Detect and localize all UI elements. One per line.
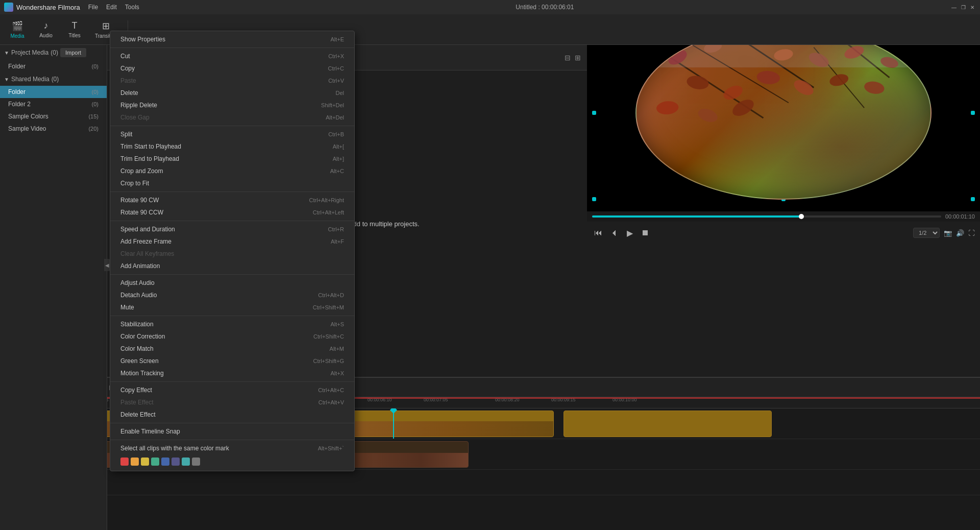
volume-button[interactable]: 🔊	[956, 229, 964, 237]
ctx-select-color-mark-shortcut: Alt+Shift+`	[318, 445, 344, 451]
ctx-freeze-frame[interactable]: Add Freeze Frame Alt+F	[110, 235, 354, 248]
ctx-detach-audio[interactable]: Detach Audio Ctrl+Alt+D	[110, 289, 354, 301]
ctx-delete[interactable]: Delete Del	[110, 87, 354, 99]
ctx-stabilization-label: Stabilization	[120, 321, 154, 328]
ctx-crop-zoom[interactable]: Crop and Zoom Alt+C	[110, 165, 354, 177]
ctx-close-gap-shortcut: Alt+Del	[326, 114, 344, 121]
ctx-green-screen[interactable]: Green Screen Ctrl+Shift+G	[110, 355, 354, 367]
swatch-blue[interactable]	[161, 457, 169, 466]
ctx-trim-end[interactable]: Trim End to Playhead Alt+]	[110, 153, 354, 165]
minimize-button[interactable]: —	[950, 4, 958, 11]
tab-media[interactable]: 🎬 Media	[5, 18, 30, 41]
svg-point-17	[863, 80, 885, 95]
ctx-adjust-audio[interactable]: Adjust Audio	[110, 277, 354, 289]
folder-active-label: Folder	[8, 88, 26, 95]
shared-media-header[interactable]: ▼ Shared Media (0)	[0, 73, 107, 86]
sidebar-item-sample-colors[interactable]: Sample Colors (15)	[0, 110, 107, 123]
ctx-split[interactable]: Split Ctrl+B	[110, 128, 354, 140]
sidebar-item-folder-active[interactable]: Folder (0)	[0, 86, 107, 98]
ctx-color-match[interactable]: Color Match Alt+M	[110, 343, 354, 355]
menu-file[interactable]: File	[88, 4, 98, 11]
progress-track[interactable]	[592, 215, 941, 218]
ctx-speed-duration-label: Speed and Duration	[120, 226, 175, 233]
ctx-show-properties[interactable]: Show Properties Alt+E	[110, 33, 354, 45]
folder2-label: Folder 2	[8, 101, 31, 108]
ctx-rotate-cw[interactable]: Rotate 90 CW Ctrl+Alt+Right	[110, 194, 354, 206]
ctx-delete-effect[interactable]: Delete Effect	[110, 408, 354, 421]
ctx-add-animation-label: Add Animation	[120, 262, 160, 270]
ctx-trim-start[interactable]: Trim Start to Playhead Alt+[	[110, 140, 354, 153]
ctx-cut[interactable]: Cut Ctrl+X	[110, 50, 354, 62]
swatch-red[interactable]	[120, 457, 129, 466]
menu-tools[interactable]: Tools	[125, 4, 139, 11]
window-title: Untitled : 00:00:06:01	[139, 4, 950, 11]
ctx-color-match-label: Color Match	[120, 345, 154, 352]
ctx-speed-duration[interactable]: Speed and Duration Ctrl+R	[110, 223, 354, 235]
ctx-paste-effect: Paste Effect Ctrl+Alt+V	[110, 396, 354, 408]
sample-colors-label: Sample Colors	[8, 113, 48, 120]
ctx-trim-end-shortcut: Alt+]	[333, 156, 344, 162]
play-button[interactable]: ▶	[625, 226, 635, 240]
import-button[interactable]: Import	[60, 48, 86, 57]
close-button[interactable]: ✕	[969, 4, 976, 11]
swatch-yellow[interactable]	[141, 457, 149, 466]
color-swatches	[110, 454, 354, 469]
ctx-ripple-delete[interactable]: Ripple Delete Shift+Del	[110, 99, 354, 111]
ctx-motion-tracking[interactable]: Motion Tracking Alt+X	[110, 367, 354, 379]
handle-bottom-left[interactable]	[592, 197, 596, 201]
search-icons: ⊟ ⊞	[565, 54, 581, 62]
swatch-teal[interactable]	[182, 457, 190, 466]
ctx-sep-3	[110, 191, 354, 192]
sidebar-item-folder[interactable]: Folder (0)	[0, 60, 107, 73]
ctx-rotate-ccw-label: Rotate 90 CCW	[120, 209, 163, 216]
expand-arrow-shared: ▼	[4, 77, 9, 82]
ctx-copy-effect-shortcut: Ctrl+Alt+C	[318, 387, 344, 393]
swatch-gray[interactable]	[192, 457, 200, 466]
ctx-mute[interactable]: Mute Ctrl+Shift+M	[110, 301, 354, 314]
menu-bar: File Edit Tools	[88, 4, 139, 11]
ctx-copy[interactable]: Copy Ctrl+C	[110, 62, 354, 75]
screenshot-button[interactable]: 📷	[944, 229, 952, 237]
tab-titles[interactable]: T Titles	[62, 18, 87, 40]
stop-button[interactable]: ⏹	[639, 226, 651, 239]
menu-edit[interactable]: Edit	[106, 4, 117, 11]
ctx-color-correction[interactable]: Color Correction Ctrl+Shift+C	[110, 330, 354, 343]
transition-icon: ⊞	[102, 20, 110, 32]
ctx-select-color-mark[interactable]: Select all clips with the same color mar…	[110, 442, 354, 454]
ctx-crop-fit[interactable]: Crop to Fit	[110, 177, 354, 189]
fullscreen-button[interactable]: ⛶	[968, 229, 975, 237]
ctx-sep-4	[110, 221, 354, 221]
sample-video-label: Sample Video	[8, 125, 46, 132]
swatch-purple[interactable]	[172, 457, 180, 466]
ctx-copy-effect[interactable]: Copy Effect Ctrl+Alt+C	[110, 384, 354, 396]
handle-bottom-right[interactable]	[971, 197, 975, 201]
ctx-sep-8	[110, 423, 354, 423]
audio-track-content	[33, 470, 980, 495]
ctx-add-animation[interactable]: Add Animation	[110, 260, 354, 272]
ctx-enable-snap[interactable]: Enable Timeline Snap	[110, 425, 354, 438]
view-toggle-icon[interactable]: ⊞	[575, 54, 581, 62]
tab-audio[interactable]: ♪ Audio	[34, 18, 58, 40]
quality-select[interactable]: 1/2 Full 1/4	[913, 228, 940, 238]
project-media-header[interactable]: ▼ Project Media (0) Import	[0, 45, 107, 60]
swatch-green[interactable]	[151, 457, 159, 466]
ctx-adjust-audio-label: Adjust Audio	[120, 279, 155, 286]
maximize-button[interactable]: ❐	[960, 4, 967, 11]
skip-back-button[interactable]: ⏮	[592, 226, 604, 239]
ctx-stabilization[interactable]: Stabilization Alt+S	[110, 318, 354, 330]
ctx-show-properties-label: Show Properties	[120, 36, 165, 43]
ctx-rotate-ccw[interactable]: Rotate 90 CCW Ctrl+Alt+Left	[110, 206, 354, 219]
handle-mid-right[interactable]	[971, 111, 975, 115]
preview-controls: ⏮ ⏴ ▶ ⏹ 1/2 Full 1/4 📷 🔊 ⛶	[587, 222, 980, 244]
sidebar-item-sample-video[interactable]: Sample Video (20)	[0, 123, 107, 135]
step-back-button[interactable]: ⏴	[608, 226, 621, 239]
sidebar-item-folder2[interactable]: Folder 2 (0)	[0, 98, 107, 110]
handle-mid-left[interactable]	[592, 111, 596, 115]
clip-gold-2[interactable]	[564, 411, 772, 437]
sample-colors-count: (15)	[88, 113, 99, 119]
progress-thumb[interactable]	[799, 214, 804, 219]
swatch-orange[interactable]	[131, 457, 139, 466]
filter-icon[interactable]: ⊟	[565, 54, 571, 62]
ctx-mute-shortcut: Ctrl+Shift+M	[313, 304, 344, 310]
ctx-cut-shortcut: Ctrl+X	[328, 53, 344, 59]
